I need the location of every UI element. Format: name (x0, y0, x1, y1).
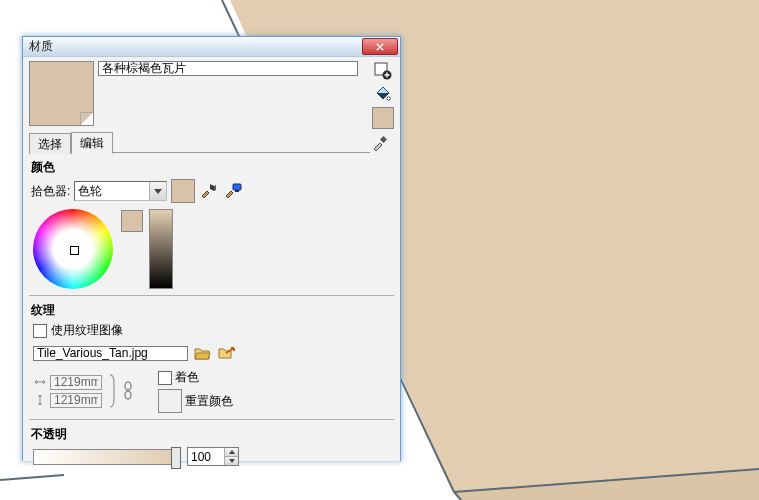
titlebar[interactable]: 材质 (23, 37, 400, 57)
texture-size-block: 着色 重置颜色 (33, 369, 394, 413)
close-icon (376, 43, 384, 51)
use-texture-row: 使用纹理图像 (33, 322, 394, 339)
color-wheel-row (33, 209, 394, 289)
chevron-up-icon (229, 450, 235, 454)
colorize-row: 着色 (158, 369, 233, 386)
viewport: 材质 (0, 0, 759, 500)
colorize-column: 着色 重置颜色 (158, 369, 233, 413)
tab-edit[interactable]: 编辑 (71, 132, 113, 154)
external-edit-icon (217, 344, 235, 362)
tab-select[interactable]: 选择 (29, 133, 71, 154)
reset-color-swatch[interactable] (158, 389, 182, 413)
name-column (98, 61, 368, 129)
close-button[interactable] (362, 38, 398, 55)
aspect-brace-icon (106, 373, 118, 409)
materials-dialog: 材质 (22, 36, 401, 461)
material-preview-row (29, 61, 394, 129)
use-texture-checkbox[interactable] (33, 324, 47, 338)
add-to-model-button[interactable] (373, 84, 393, 104)
eyedropper-icon (371, 134, 389, 152)
texture-width-input[interactable] (50, 375, 102, 390)
svg-rect-12 (235, 190, 239, 192)
separator-2 (29, 419, 394, 420)
picker-label: 拾色器: (31, 183, 70, 200)
eyedropper-screen-icon (224, 182, 242, 200)
wheel-indicator (70, 246, 79, 255)
opacity-spinner[interactable] (187, 447, 239, 466)
svg-rect-10 (380, 136, 387, 143)
material-large-swatch[interactable] (29, 61, 94, 126)
current-color-swatch[interactable] (171, 179, 195, 203)
width-row (33, 375, 102, 390)
dialog-body: 选择 编辑 颜色 拾色器: (23, 57, 400, 461)
opacity-row (33, 447, 394, 466)
color-picker-select[interactable] (74, 181, 167, 201)
secondary-swatch[interactable] (372, 107, 394, 129)
texture-file-row (33, 343, 394, 363)
picker-value-display (75, 182, 149, 200)
opacity-section-title: 不透明 (31, 426, 394, 443)
separator-1 (29, 295, 394, 296)
picked-color-swatch (121, 210, 143, 232)
use-texture-label: 使用纹理图像 (51, 322, 123, 339)
tab-underline (113, 152, 370, 153)
eyedropper-cube-icon (200, 182, 218, 200)
colorize-label: 着色 (175, 369, 199, 386)
edit-texture-button[interactable] (216, 343, 236, 363)
opacity-slider[interactable] (33, 449, 181, 465)
opacity-decrement-button[interactable] (224, 457, 238, 465)
height-row (33, 393, 102, 408)
opacity-value-input[interactable] (188, 448, 224, 465)
chevron-down-icon (229, 459, 235, 463)
dims-column (33, 375, 102, 408)
material-name-input[interactable] (98, 61, 358, 76)
picker-dropdown-button[interactable] (149, 182, 166, 200)
svg-point-14 (125, 391, 131, 399)
color-section-title: 颜色 (31, 159, 394, 176)
paint-bucket-icon (374, 85, 392, 103)
dialog-title: 材质 (29, 38, 362, 55)
colorize-checkbox[interactable] (158, 371, 172, 385)
add-swatch-icon (374, 62, 392, 80)
side-icon-column (372, 61, 394, 129)
match-object-color-button[interactable] (199, 181, 219, 201)
texture-file-input[interactable] (33, 346, 188, 361)
opacity-slider-thumb[interactable] (171, 447, 181, 469)
texture-section-title: 纹理 (31, 302, 394, 319)
texture-height-input[interactable] (50, 393, 102, 408)
horizontal-arrow-icon (33, 377, 47, 387)
sample-paint-button[interactable] (370, 133, 390, 153)
value-slider[interactable] (149, 209, 173, 289)
aspect-lock-button[interactable] (122, 381, 134, 401)
chevron-down-icon (154, 189, 162, 194)
reset-color-label: 重置颜色 (185, 393, 233, 410)
reset-color-row: 重置颜色 (158, 389, 233, 413)
svg-rect-11 (233, 184, 241, 190)
browse-texture-button[interactable] (192, 343, 212, 363)
hs-color-wheel[interactable] (33, 209, 113, 289)
opacity-increment-button[interactable] (224, 448, 238, 457)
vertical-arrow-icon (33, 395, 47, 405)
folder-open-icon (193, 344, 211, 362)
match-screen-color-button[interactable] (223, 181, 243, 201)
tab-bar: 选择 编辑 (29, 135, 394, 153)
create-material-button[interactable] (373, 61, 393, 81)
svg-point-13 (125, 382, 131, 390)
picker-row: 拾色器: (31, 179, 394, 203)
